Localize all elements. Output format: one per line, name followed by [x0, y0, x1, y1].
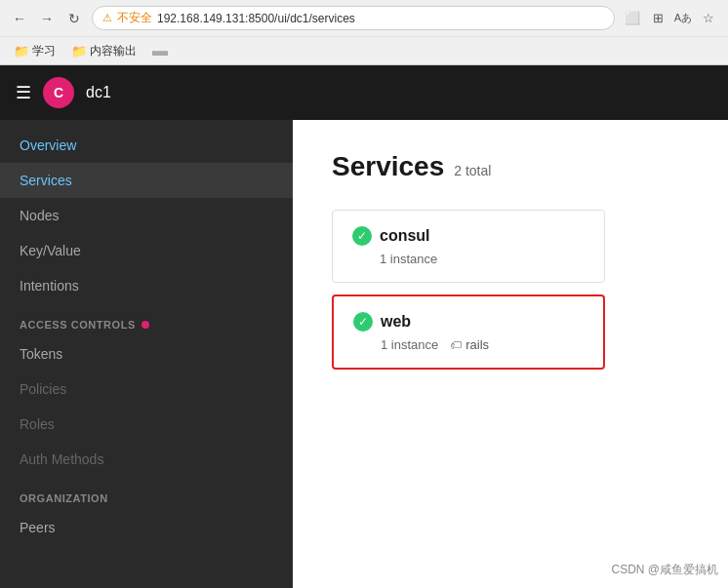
sidebar-item-services[interactable]: Services: [0, 163, 293, 198]
tag-icon: 🏷: [450, 338, 462, 352]
star-icon[interactable]: ☆: [699, 9, 718, 28]
health-check-icon-web: ✓: [353, 312, 373, 332]
address-bar[interactable]: ⚠ 不安全 192.168.149.131:8500/ui/dc1/servic…: [92, 6, 615, 30]
main-area: Overview Services Nodes Key/Value Intent…: [0, 120, 728, 588]
folder-icon-2: 📁: [71, 44, 87, 59]
content-panel: Services 2 total ✓ consul 1 instance ✓ w…: [293, 120, 728, 588]
bookmark-bar-line: ▬: [152, 42, 168, 59]
browser-chrome: ← → ↻ ⚠ 不安全 192.168.149.131:8500/ui/dc1/…: [0, 0, 728, 65]
tag-label-rails: rails: [465, 337, 489, 352]
browser-toolbar: ← → ↻ ⚠ 不安全 192.168.149.131:8500/ui/dc1/…: [0, 0, 728, 36]
bookmark-extra[interactable]: ▬: [148, 40, 172, 61]
bookmarks-bar: 📁 学习 📁 内容输出 ▬: [0, 36, 728, 64]
sidebar-item-tokens[interactable]: Tokens: [0, 336, 293, 372]
service-item-consul[interactable]: ✓ consul 1 instance: [332, 210, 605, 283]
service-name-row-web: ✓ web: [353, 312, 584, 332]
bookmark-xuexi[interactable]: 📁 学习: [10, 41, 60, 61]
security-icon: ⚠: [102, 12, 112, 24]
page-title: Services 2 total: [332, 151, 689, 182]
bookmark-label: 学习: [32, 43, 56, 59]
sidebar: Overview Services Nodes Key/Value Intent…: [0, 120, 293, 588]
sidebar-item-nodes[interactable]: Nodes: [0, 198, 293, 233]
health-check-icon-consul: ✓: [352, 226, 372, 246]
service-instances-web: 1 instance: [381, 337, 438, 352]
app-container: ☰ C dc1 Overview Services Nodes Key/Valu…: [0, 65, 728, 588]
grid-icon[interactable]: ⊞: [648, 9, 667, 28]
service-item-web[interactable]: ✓ web 1 instance 🏷 rails: [332, 294, 605, 370]
service-meta-web: 1 instance 🏷 rails: [353, 337, 584, 352]
service-meta-consul: 1 instance: [352, 252, 585, 266]
forward-button[interactable]: →: [37, 9, 57, 28]
service-tag-rails: 🏷 rails: [450, 337, 489, 352]
sidebar-item-auth-methods[interactable]: Auth Methods: [0, 442, 293, 477]
org-label: ORGANIZATION: [20, 492, 108, 504]
top-navbar: ☰ C dc1: [0, 65, 728, 120]
sidebar-item-policies[interactable]: Policies: [0, 372, 293, 407]
sidebar-item-roles[interactable]: Roles: [0, 407, 293, 442]
access-controls-dot: [142, 321, 149, 329]
page-title-text: Services: [332, 151, 444, 182]
sidebar-item-intentions[interactable]: Intentions: [0, 268, 293, 303]
service-name-row-consul: ✓ consul: [352, 226, 585, 246]
sidebar-item-key-value[interactable]: Key/Value: [0, 233, 293, 268]
datacenter-name: dc1: [86, 84, 111, 101]
insecure-label: 不安全: [117, 10, 152, 26]
org-section: ORGANIZATION: [0, 477, 293, 510]
service-name-web: web: [381, 313, 411, 331]
browser-actions: ⬜ ⊞ Aあ ☆: [623, 9, 718, 28]
app-logo: C: [43, 77, 74, 108]
access-controls-section: ACCESS CONTROLS: [0, 303, 293, 336]
sidebar-item-peers[interactable]: Peers: [0, 510, 293, 545]
service-instances-consul: 1 instance: [380, 252, 437, 266]
address-text: 192.168.149.131:8500/ui/dc1/services: [157, 12, 355, 25]
bookmark-content[interactable]: 📁 内容输出: [67, 41, 141, 61]
service-name-consul: consul: [380, 227, 430, 245]
watermark: CSDN @咸鱼爱搞机: [611, 562, 718, 578]
sidebar-item-overview[interactable]: Overview: [0, 128, 293, 163]
access-controls-label: ACCESS CONTROLS: [20, 319, 136, 331]
hamburger-button[interactable]: ☰: [16, 82, 31, 103]
total-badge: 2 total: [454, 163, 491, 178]
back-button[interactable]: ←: [10, 9, 29, 28]
tab-resize-icon[interactable]: ⬜: [623, 9, 642, 28]
bookmark-label-2: 内容输出: [90, 43, 137, 59]
reload-button[interactable]: ↻: [64, 9, 84, 28]
zoom-text-icon[interactable]: Aあ: [673, 9, 693, 28]
folder-icon: 📁: [14, 44, 29, 59]
